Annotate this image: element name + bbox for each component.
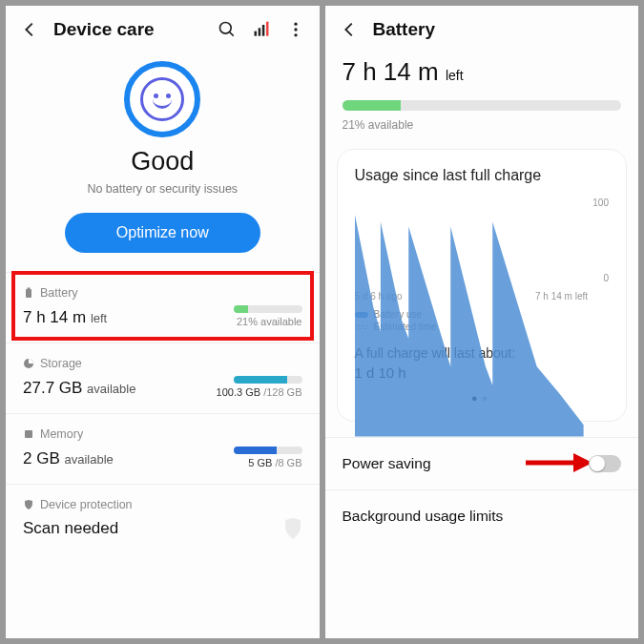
stats-list: Battery 7 h 14 m left 21% available Stor… xyxy=(6,272,320,555)
power-saving-label: Power saving xyxy=(343,455,431,472)
svg-point-7 xyxy=(294,33,297,36)
usage-title: Usage since last full charge xyxy=(355,167,610,184)
battery-row[interactable]: Battery 7 h 14 m left 21% available xyxy=(6,272,320,343)
time-left: 7 h 14 m left xyxy=(343,57,622,87)
svg-rect-11 xyxy=(25,430,32,438)
page-title: Battery xyxy=(373,19,435,40)
power-saving-toggle[interactable] xyxy=(589,455,621,472)
usage-card[interactable]: Usage since last full charge 100 0 5 d 6… xyxy=(337,149,628,422)
header: Device care xyxy=(6,6,320,53)
back-icon[interactable] xyxy=(19,19,40,40)
protection-label: Device protection xyxy=(40,498,133,511)
signal-icon[interactable] xyxy=(251,19,272,40)
optimize-button[interactable]: Optimize now xyxy=(65,213,260,253)
storage-icon xyxy=(23,358,34,369)
memory-meter xyxy=(234,447,302,454)
shield-icon xyxy=(23,499,34,510)
bg-limits-row[interactable]: Background usage limits xyxy=(325,489,639,542)
battery-label: Battery xyxy=(40,286,78,300)
status-section: Good No battery or security issues Optim… xyxy=(6,53,320,253)
protection-status: Scan needed xyxy=(23,519,118,538)
svg-rect-9 xyxy=(28,288,31,290)
storage-value: 27.7 GB available xyxy=(23,379,135,398)
memory-icon xyxy=(23,428,34,440)
storage-detail: 100.3 GB /128 GB xyxy=(217,386,302,398)
usage-chart: 100 0 xyxy=(355,197,610,289)
svg-rect-8 xyxy=(26,289,31,298)
arrow-annotation-icon xyxy=(526,451,592,474)
svg-point-6 xyxy=(294,28,297,31)
svg-rect-1 xyxy=(254,31,257,36)
page-title: Device care xyxy=(53,19,155,40)
header: Battery xyxy=(325,6,639,53)
status-face-icon xyxy=(124,61,200,137)
battery-bar xyxy=(343,100,622,111)
memory-value: 2 GB available xyxy=(23,449,114,468)
storage-label: Storage xyxy=(40,357,82,370)
memory-row[interactable]: Memory 2 GB available 5 GB /8 GB xyxy=(6,413,320,484)
svg-rect-2 xyxy=(258,28,260,35)
power-saving-row[interactable]: Power saving xyxy=(325,437,639,489)
bg-limits-label: Background usage limits xyxy=(343,508,504,525)
memory-label: Memory xyxy=(40,427,83,441)
shield-grey-icon xyxy=(283,517,302,540)
status-title: Good xyxy=(131,147,194,177)
status-subtitle: No battery or security issues xyxy=(87,182,238,196)
storage-meter xyxy=(234,376,302,384)
protection-row[interactable]: Device protection Scan needed xyxy=(6,484,320,555)
svg-point-0 xyxy=(219,23,231,34)
battery-pct: 21% available xyxy=(237,316,302,327)
search-icon[interactable] xyxy=(217,19,238,40)
battery-time: 7 h 14 m left xyxy=(23,308,107,327)
more-icon[interactable] xyxy=(285,19,306,40)
svg-point-5 xyxy=(294,23,297,26)
svg-rect-3 xyxy=(261,25,264,36)
battery-icon xyxy=(23,287,34,299)
device-care-screen: Device care Good No battery or security … xyxy=(6,6,320,638)
storage-row[interactable]: Storage 27.7 GB available 100.3 GB /128 … xyxy=(6,343,320,413)
summary: 7 h 14 m left 21% available xyxy=(325,53,639,132)
svg-rect-4 xyxy=(266,22,269,36)
battery-screen: Battery 7 h 14 m left 21% available Usag… xyxy=(325,6,639,638)
memory-detail: 5 GB /8 GB xyxy=(248,457,301,468)
back-icon[interactable] xyxy=(339,19,360,40)
battery-meter xyxy=(234,305,302,313)
battery-pct: 21% available xyxy=(343,118,622,132)
